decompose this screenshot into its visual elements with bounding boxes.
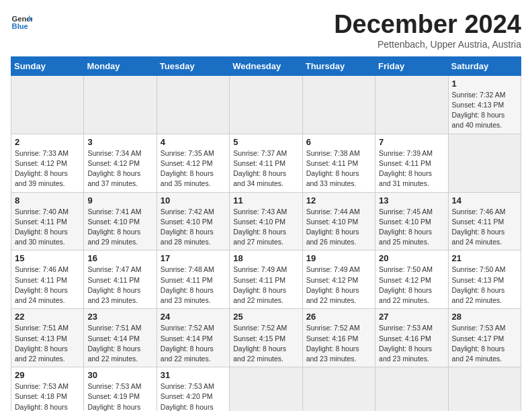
day-number: 7 [379, 137, 444, 147]
day-info: Sunrise: 7:49 AMSunset: 4:12 PMDaylight:… [306, 265, 360, 304]
calendar-cell: 7Sunrise: 7:39 AMSunset: 4:11 PMDaylight… [375, 134, 448, 192]
day-info: Sunrise: 7:43 AMSunset: 4:10 PMDaylight:… [233, 208, 287, 246]
calendar-cell: 20Sunrise: 7:50 AMSunset: 4:12 PMDayligh… [375, 250, 448, 309]
day-info: Sunrise: 7:45 AMSunset: 4:10 PMDaylight:… [379, 208, 433, 246]
weekday-header: Monday [84, 56, 157, 75]
day-number: 10 [161, 195, 226, 205]
calendar-cell: 12Sunrise: 7:44 AMSunset: 4:10 PMDayligh… [302, 192, 375, 250]
day-number: 11 [233, 195, 298, 205]
day-info: Sunrise: 7:47 AMSunset: 4:11 PMDaylight:… [87, 265, 141, 304]
day-number: 18 [233, 253, 298, 263]
day-info: Sunrise: 7:52 AMSunset: 4:16 PMDaylight:… [306, 324, 360, 363]
day-number: 2 [15, 137, 80, 147]
month-title: December 2024 [334, 11, 521, 39]
title-block: December 2024 Pettenbach, Upper Austria,… [334, 11, 521, 50]
day-info: Sunrise: 7:42 AMSunset: 4:10 PMDaylight:… [161, 208, 214, 246]
calendar-week-row: 22Sunrise: 7:51 AMSunset: 4:13 PMDayligh… [11, 309, 521, 367]
calendar-cell: 1Sunrise: 7:32 AMSunset: 4:13 PMDaylight… [448, 75, 521, 134]
day-number: 28 [452, 312, 517, 322]
calendar-week-row: 1Sunrise: 7:32 AMSunset: 4:13 PMDaylight… [11, 75, 521, 134]
weekday-header: Sunday [11, 56, 84, 75]
day-number: 22 [15, 312, 80, 322]
day-number: 17 [161, 253, 226, 263]
calendar-cell: 13Sunrise: 7:45 AMSunset: 4:10 PMDayligh… [375, 192, 448, 250]
day-info: Sunrise: 7:32 AMSunset: 4:13 PMDaylight:… [452, 91, 506, 130]
day-number: 15 [15, 253, 80, 263]
day-number: 21 [452, 253, 517, 263]
calendar-cell [375, 75, 448, 134]
day-info: Sunrise: 7:35 AMSunset: 4:12 PMDaylight:… [161, 149, 214, 188]
calendar-cell [157, 75, 229, 134]
location-subtitle: Pettenbach, Upper Austria, Austria [334, 39, 521, 50]
calendar-cell [11, 75, 84, 134]
day-number: 29 [15, 370, 80, 380]
day-info: Sunrise: 7:53 AMSunset: 4:20 PMDaylight:… [161, 382, 214, 411]
day-number: 24 [161, 312, 226, 322]
calendar-cell: 23Sunrise: 7:51 AMSunset: 4:14 PMDayligh… [84, 309, 157, 367]
weekday-header: Friday [375, 56, 448, 75]
calendar-cell: 11Sunrise: 7:43 AMSunset: 4:10 PMDayligh… [230, 192, 302, 250]
day-number: 5 [233, 137, 298, 147]
day-number: 26 [306, 312, 371, 322]
day-number: 19 [306, 253, 371, 263]
day-info: Sunrise: 7:52 AMSunset: 4:15 PMDaylight:… [233, 324, 287, 363]
day-number: 20 [379, 253, 444, 263]
calendar-cell: 9Sunrise: 7:41 AMSunset: 4:10 PMDaylight… [84, 192, 157, 250]
day-number: 13 [379, 195, 444, 205]
calendar-cell: 21Sunrise: 7:50 AMSunset: 4:13 PMDayligh… [448, 250, 521, 309]
calendar-cell: 27Sunrise: 7:53 AMSunset: 4:16 PMDayligh… [375, 309, 448, 367]
weekday-header: Wednesday [230, 56, 302, 75]
calendar-cell: 6Sunrise: 7:38 AMSunset: 4:11 PMDaylight… [302, 134, 375, 192]
calendar-cell: 10Sunrise: 7:42 AMSunset: 4:10 PMDayligh… [157, 192, 229, 250]
day-number: 9 [87, 195, 152, 205]
calendar-cell: 3Sunrise: 7:34 AMSunset: 4:12 PMDaylight… [84, 134, 157, 192]
logo-icon: General Blue [11, 11, 32, 32]
calendar-cell [302, 367, 375, 411]
day-info: Sunrise: 7:37 AMSunset: 4:11 PMDaylight:… [233, 149, 287, 188]
day-info: Sunrise: 7:39 AMSunset: 4:11 PMDaylight:… [379, 149, 433, 188]
calendar-cell: 16Sunrise: 7:47 AMSunset: 4:11 PMDayligh… [84, 250, 157, 309]
calendar-cell: 5Sunrise: 7:37 AMSunset: 4:11 PMDaylight… [230, 134, 302, 192]
day-info: Sunrise: 7:53 AMSunset: 4:16 PMDaylight:… [379, 324, 433, 363]
day-info: Sunrise: 7:53 AMSunset: 4:17 PMDaylight:… [452, 324, 506, 363]
calendar-table: SundayMondayTuesdayWednesdayThursdayFrid… [11, 56, 521, 411]
day-info: Sunrise: 7:50 AMSunset: 4:13 PMDaylight:… [452, 265, 506, 304]
calendar-cell [375, 367, 448, 411]
day-number: 27 [379, 312, 444, 322]
day-info: Sunrise: 7:44 AMSunset: 4:10 PMDaylight:… [306, 208, 360, 246]
day-info: Sunrise: 7:53 AMSunset: 4:19 PMDaylight:… [87, 382, 141, 411]
calendar-cell: 31Sunrise: 7:53 AMSunset: 4:20 PMDayligh… [157, 367, 229, 411]
day-number: 6 [306, 137, 371, 147]
day-info: Sunrise: 7:34 AMSunset: 4:12 PMDaylight:… [87, 149, 141, 188]
calendar-cell: 8Sunrise: 7:40 AMSunset: 4:11 PMDaylight… [11, 192, 84, 250]
calendar-cell: 19Sunrise: 7:49 AMSunset: 4:12 PMDayligh… [302, 250, 375, 309]
day-number: 30 [87, 370, 152, 380]
calendar-week-row: 8Sunrise: 7:40 AMSunset: 4:11 PMDaylight… [11, 192, 521, 250]
header-row: SundayMondayTuesdayWednesdayThursdayFrid… [11, 56, 521, 75]
day-number: 14 [452, 195, 517, 205]
calendar-cell: 26Sunrise: 7:52 AMSunset: 4:16 PMDayligh… [302, 309, 375, 367]
day-info: Sunrise: 7:46 AMSunset: 4:11 PMDaylight:… [452, 208, 506, 246]
calendar-cell [448, 367, 521, 411]
day-info: Sunrise: 7:51 AMSunset: 4:14 PMDaylight:… [87, 324, 141, 363]
page-header: General Blue December 2024 Pettenbach, U… [11, 11, 521, 50]
day-number: 16 [87, 253, 152, 263]
calendar-cell: 17Sunrise: 7:48 AMSunset: 4:11 PMDayligh… [157, 250, 229, 309]
calendar-cell: 25Sunrise: 7:52 AMSunset: 4:15 PMDayligh… [230, 309, 302, 367]
day-info: Sunrise: 7:49 AMSunset: 4:11 PMDaylight:… [233, 265, 287, 304]
calendar-cell: 2Sunrise: 7:33 AMSunset: 4:12 PMDaylight… [11, 134, 84, 192]
calendar-cell: 4Sunrise: 7:35 AMSunset: 4:12 PMDaylight… [157, 134, 229, 192]
calendar-week-row: 15Sunrise: 7:46 AMSunset: 4:11 PMDayligh… [11, 250, 521, 309]
day-info: Sunrise: 7:51 AMSunset: 4:13 PMDaylight:… [15, 324, 69, 363]
calendar-cell: 18Sunrise: 7:49 AMSunset: 4:11 PMDayligh… [230, 250, 302, 309]
calendar-cell [84, 75, 157, 134]
day-number: 25 [233, 312, 298, 322]
day-number: 1 [452, 79, 517, 89]
calendar-cell: 30Sunrise: 7:53 AMSunset: 4:19 PMDayligh… [84, 367, 157, 411]
calendar-cell: 24Sunrise: 7:52 AMSunset: 4:14 PMDayligh… [157, 309, 229, 367]
calendar-cell: 28Sunrise: 7:53 AMSunset: 4:17 PMDayligh… [448, 309, 521, 367]
day-info: Sunrise: 7:50 AMSunset: 4:12 PMDaylight:… [379, 265, 433, 304]
calendar-cell: 22Sunrise: 7:51 AMSunset: 4:13 PMDayligh… [11, 309, 84, 367]
calendar-cell: 14Sunrise: 7:46 AMSunset: 4:11 PMDayligh… [448, 192, 521, 250]
day-info: Sunrise: 7:52 AMSunset: 4:14 PMDaylight:… [161, 324, 214, 363]
